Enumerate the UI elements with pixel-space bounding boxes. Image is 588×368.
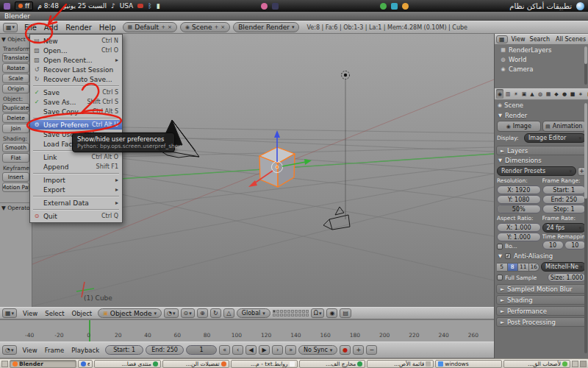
- property-tab-icon[interactable]: ●: [561, 89, 568, 99]
- render-presets-dropdown[interactable]: Render Presets ▾: [497, 166, 576, 176]
- file-menu-item[interactable]: [30, 194, 122, 198]
- property-tab-icon[interactable]: ◉: [496, 89, 503, 99]
- panel-header-layers[interactable]: ► Layers: [496, 146, 587, 155]
- manipulator-translate-toggle[interactable]: ⊕: [197, 308, 208, 318]
- panel-header-render[interactable]: ▼ Render: [495, 110, 588, 121]
- tray-icon-dark[interactable]: [272, 3, 279, 10]
- view3d-menu-item[interactable]: View: [19, 310, 41, 317]
- view3d-menu-item[interactable]: Object: [68, 310, 96, 317]
- file-menu-item[interactable]: ▤ New Ctrl N: [30, 36, 122, 46]
- play-reverse-button[interactable]: ◀: [245, 345, 257, 355]
- property-tab-icon[interactable]: ▥: [504, 89, 512, 99]
- prev-keyframe-button[interactable]: ‹: [232, 345, 243, 355]
- aa-filter-dropdown[interactable]: Mitchell-Ne ▾: [541, 262, 586, 272]
- add-layout-button[interactable]: +: [161, 24, 165, 30]
- property-tab-icon[interactable]: ◆: [553, 89, 560, 99]
- show-desktop-button[interactable]: [1, 361, 8, 367]
- scene-dropdown[interactable]: ◉ Scene + ×: [180, 22, 230, 32]
- file-menu-item[interactable]: ✓ Save Ctrl S: [30, 88, 122, 97]
- operator-panel-header[interactable]: ▼ Operator: [0, 202, 32, 211]
- volume-icon[interactable]: ♪: [111, 2, 115, 10]
- record-button[interactable]: ●: [340, 345, 351, 355]
- tray-icon-teal[interactable]: [391, 3, 398, 10]
- timeline-start-field[interactable]: Start: 1: [105, 345, 143, 355]
- tool-shelf-button[interactable]: Object:: [2, 94, 29, 102]
- taskbar-window-button[interactable]: e: [78, 360, 93, 368]
- timeline-strip[interactable]: -40-200204060801001201401601802002202402…: [0, 319, 494, 342]
- aa-size-field[interactable]: Size: 1.000: [548, 273, 586, 282]
- taskbar-window-button[interactable]: Blender: [10, 360, 76, 368]
- tool-shelf-button[interactable]: Insert: [2, 172, 29, 182]
- file-menu-item[interactable]: [30, 171, 122, 175]
- tool-shelf-button[interactable]: Join: [2, 124, 29, 133]
- tool-shelf-button[interactable]: Transform:: [2, 44, 29, 52]
- file-menu-item[interactable]: Link Ctrl Alt O: [30, 152, 122, 162]
- app-indicator-icon[interactable]: [4, 3, 10, 10]
- display-dropdown[interactable]: Image Editor ▾: [524, 133, 586, 143]
- file-menu-item[interactable]: ⊙ Quit Ctrl Q: [30, 211, 122, 221]
- timeline-menu-item[interactable]: View: [19, 347, 41, 354]
- file-menu-item[interactable]: Import ▸: [30, 175, 122, 185]
- delete-layout-button[interactable]: ×: [168, 24, 172, 30]
- outliner-scope-dropdown[interactable]: All Scenes: [553, 36, 588, 43]
- tool-shelf-button[interactable]: Delete: [2, 113, 29, 123]
- remap-old-field[interactable]: 10: [542, 241, 564, 250]
- aa-samples-button[interactable]: 8: [508, 263, 519, 272]
- current-frame-field[interactable]: 1: [186, 345, 217, 355]
- collapsed-panel-header[interactable]: ► Performance: [496, 306, 587, 316]
- taskbar-window-button[interactable]: تفضيلات الن...: [162, 360, 229, 368]
- screen-layout-dropdown[interactable]: ▦ Default + ×: [123, 22, 177, 32]
- remap-new-field[interactable]: 10: [564, 241, 586, 250]
- file-menu-item[interactable]: [30, 208, 122, 211]
- property-tab-icon[interactable]: ▦: [545, 89, 552, 99]
- taskbar-window-button[interactable]: روابط.txt - م...: [231, 360, 298, 368]
- manipulator-rotate-toggle[interactable]: ↻: [210, 308, 221, 318]
- collapsed-panel-header[interactable]: ► Shading: [496, 295, 587, 305]
- file-menu-item[interactable]: ↻ Recover Auto Save...: [30, 74, 122, 84]
- battery-icon[interactable]: ▮: [157, 2, 160, 10]
- menubar-item[interactable]: Render: [62, 24, 96, 32]
- add-scene-button[interactable]: +: [214, 24, 218, 30]
- file-menu-item[interactable]: ✓ Save As... Shift Ctrl S: [30, 97, 122, 107]
- editor-type-icon[interactable]: ▦ ▾: [2, 308, 17, 318]
- panel-header-dimensions[interactable]: ▼ Dimensions: [495, 155, 588, 166]
- camera-object[interactable]: [323, 207, 350, 230]
- trash-applet-icon[interactable]: [580, 361, 587, 367]
- property-tab-icon[interactable]: ◍: [537, 89, 544, 99]
- delete-keyframe-button[interactable]: −: [366, 345, 377, 355]
- timeline-menu-item[interactable]: Frame: [41, 347, 68, 354]
- insert-keyframe-button[interactable]: +: [353, 345, 364, 355]
- aspect-x-field[interactable]: X: 1.000: [497, 223, 541, 232]
- file-menu-item[interactable]: [30, 116, 122, 120]
- taskbar-window-button[interactable]: windows: [435, 360, 502, 368]
- border-checkbox[interactable]: Bo...: [497, 242, 541, 250]
- file-menu-item[interactable]: ⚙ User Preferences Ctrl Alt U: [30, 120, 122, 130]
- tool-shelf-panel-header[interactable]: ▼ Object T..: [0, 35, 32, 43]
- aspect-y-field[interactable]: Y: 1.000: [497, 233, 541, 241]
- tool-shelf-button[interactable]: Scale: [2, 74, 29, 83]
- outliner-scrollbar[interactable]: [584, 46, 587, 85]
- frame-rate-dropdown[interactable]: 24 fps ▾: [542, 223, 587, 233]
- tool-shelf-button[interactable]: Shading:: [2, 134, 29, 142]
- tray-icon-green[interactable]: [380, 3, 387, 10]
- aa-samples-button[interactable]: 5: [497, 263, 508, 272]
- aa-enabled-checkbox[interactable]: ✓: [505, 253, 511, 259]
- timeline-menu-item[interactable]: Playback: [68, 347, 103, 354]
- aa-samples-button[interactable]: 16: [529, 263, 540, 272]
- aa-samples-button[interactable]: 11: [518, 263, 529, 272]
- tool-shelf-button[interactable]: Rotate: [2, 63, 29, 73]
- property-tab-icon[interactable]: ☀: [512, 89, 520, 99]
- resolution-percentage-slider[interactable]: 50%: [497, 205, 541, 213]
- next-keyframe-button[interactable]: ›: [272, 345, 283, 355]
- tool-shelf-button[interactable]: Motion Pat: [2, 183, 29, 192]
- layers-grid[interactable]: [273, 310, 309, 316]
- manipulator-scale-toggle[interactable]: △: [223, 308, 234, 318]
- property-tab-icon[interactable]: ∗: [577, 89, 584, 99]
- tray-icon-orange[interactable]: [402, 3, 409, 10]
- snap-toggle[interactable]: Ω ▾: [311, 308, 325, 318]
- bluetooth-icon[interactable]: ᛒ: [148, 2, 151, 10]
- menubar-item[interactable]: File: [21, 24, 40, 32]
- tool-shelf-button[interactable]: Flat: [2, 153, 29, 163]
- pivot-point-dropdown[interactable]: ⊙ ▾: [181, 308, 195, 318]
- render-engine-dropdown[interactable]: Blender Render ▾: [233, 22, 299, 32]
